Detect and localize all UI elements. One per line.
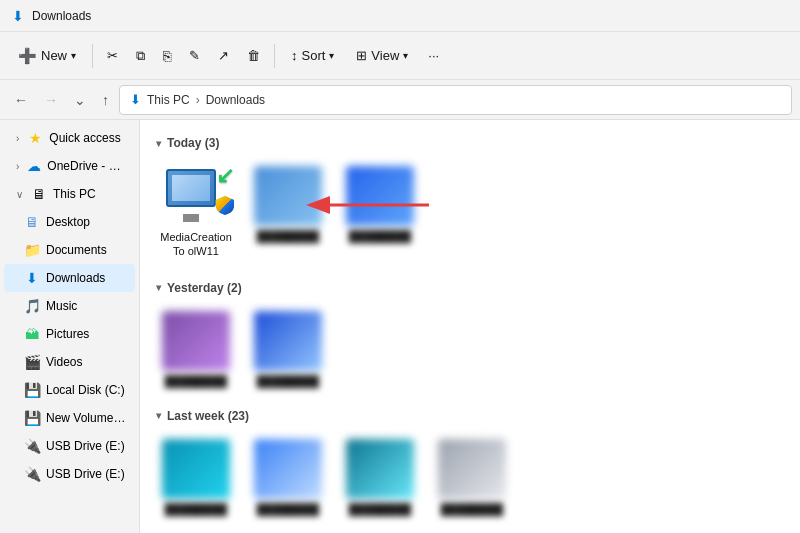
address-path-this-pc: This PC	[147, 93, 190, 107]
file-3-thumbnail	[346, 166, 414, 226]
today-label: Today (3)	[167, 136, 219, 150]
sidebar-item-desktop[interactable]: 🖥 Desktop	[4, 208, 135, 236]
address-path-icon: ⬇	[130, 92, 141, 107]
recent-button[interactable]: ⌄	[68, 88, 92, 112]
file-9-thumbnail	[438, 439, 506, 499]
file-item-7[interactable]: ████████	[248, 433, 328, 521]
more-icon: ···	[428, 48, 439, 63]
shield-badge	[214, 194, 236, 216]
title-bar-text: Downloads	[32, 9, 91, 23]
toolbar-sep-2	[274, 44, 275, 68]
file-2-thumbnail	[254, 166, 322, 226]
lastweek-files-grid: ████████ ████████ ████████ ████████	[156, 433, 784, 521]
section-yesterday-header[interactable]: ▾ Yesterday (2)	[156, 281, 784, 295]
usb-drive-e2-icon: 🔌	[24, 466, 40, 482]
address-path[interactable]: ⬇ This PC › Downloads	[119, 85, 792, 115]
main-layout: › ★ Quick access › ☁ OneDrive - Personal…	[0, 120, 800, 533]
desktop-icon: 🖥	[24, 214, 40, 230]
media-creation-label: MediaCreationTo olW11	[160, 230, 232, 259]
more-button[interactable]: ···	[420, 42, 447, 69]
sidebar-item-label: Quick access	[49, 131, 120, 145]
file-item-2[interactable]: ████████	[248, 160, 328, 265]
sidebar-item-quick-access[interactable]: › ★ Quick access	[4, 124, 135, 152]
paste-button[interactable]: ⎘	[155, 42, 179, 70]
sort-icon: ↕	[291, 48, 298, 63]
today-section: ↙	[156, 160, 784, 265]
delete-icon: 🗑	[247, 48, 260, 63]
file-item-4[interactable]: ████████	[156, 305, 236, 393]
rename-button[interactable]: ✎	[181, 42, 208, 69]
this-pc-icon: 🖥	[31, 186, 47, 202]
share-button[interactable]: ↗	[210, 42, 237, 69]
sidebar-item-downloads[interactable]: ⬇ Downloads	[4, 264, 135, 292]
this-pc-expand-icon: ∨	[16, 189, 23, 200]
file-4-thumbnail	[162, 311, 230, 371]
file-item-5[interactable]: ████████	[248, 305, 328, 393]
sort-button[interactable]: ↕ Sort ▾	[281, 42, 344, 69]
new-icon: ➕	[18, 47, 37, 65]
sidebar-item-usb-drive-e1[interactable]: 🔌 USB Drive (E:)	[4, 432, 135, 460]
sidebar-item-usb-drive-e2[interactable]: 🔌 USB Drive (E:)	[4, 460, 135, 488]
toolbar: ➕ New ▾ ✂ ⧉ ⎘ ✎ ↗ 🗑 ↕ Sort ▾ ⊞ View ▾ ··…	[0, 32, 800, 80]
onedrive-icon: ☁	[27, 158, 41, 174]
address-path-downloads: Downloads	[206, 93, 265, 107]
new-button[interactable]: ➕ New ▾	[8, 41, 86, 71]
section-lastweek-header[interactable]: ▾ Last week (23)	[156, 409, 784, 423]
local-disk-c-icon: 💾	[24, 382, 40, 398]
sidebar-item-label: Local Disk (C:)	[46, 383, 125, 397]
forward-button[interactable]: →	[38, 88, 64, 112]
toolbar-sep-1	[92, 44, 93, 68]
sort-label: Sort	[302, 48, 326, 63]
quick-access-expand-icon: ›	[16, 133, 19, 144]
up-button[interactable]: ↑	[96, 88, 115, 112]
monitor-stand	[183, 214, 199, 222]
usb-drive-e1-icon: 🔌	[24, 438, 40, 454]
file-item-9[interactable]: ████████	[432, 433, 512, 521]
sidebar-item-this-pc[interactable]: ∨ 🖥 This PC	[4, 180, 135, 208]
file-2-label: ████████	[257, 230, 319, 242]
pictures-icon: 🏔	[24, 326, 40, 342]
file-4-label: ████████	[165, 375, 227, 387]
green-arrow-icon: ↙	[216, 163, 234, 189]
yesterday-chevron-icon: ▾	[156, 282, 161, 293]
file-8-thumbnail	[346, 439, 414, 499]
file-3-label: ████████	[349, 230, 411, 242]
section-today-header[interactable]: ▾ Today (3)	[156, 136, 784, 150]
music-icon: 🎵	[24, 298, 40, 314]
file-item-3[interactable]: ████████	[340, 160, 420, 265]
file-item-6[interactable]: ████████	[156, 433, 236, 521]
cut-button[interactable]: ✂	[99, 42, 126, 69]
yesterday-label: Yesterday (2)	[167, 281, 242, 295]
monitor-screen	[172, 175, 210, 201]
view-button[interactable]: ⊞ View ▾	[346, 42, 418, 69]
delete-button[interactable]: 🗑	[239, 42, 268, 69]
sidebar-item-local-disk-c[interactable]: 💾 Local Disk (C:)	[4, 376, 135, 404]
view-label: View	[371, 48, 399, 63]
quick-access-icon: ★	[27, 130, 43, 146]
sidebar-item-label: Videos	[46, 355, 82, 369]
sidebar-item-label: Documents	[46, 243, 107, 257]
paste-icon: ⎘	[163, 48, 171, 64]
sidebar-item-label: USB Drive (E:)	[46, 439, 125, 453]
sidebar-item-label: Desktop	[46, 215, 90, 229]
file-5-thumbnail	[254, 311, 322, 371]
view-dropdown-icon: ▾	[403, 50, 408, 61]
file-item-8[interactable]: ████████	[340, 433, 420, 521]
copy-button[interactable]: ⧉	[128, 42, 153, 70]
file-6-thumbnail	[162, 439, 230, 499]
sidebar-item-documents[interactable]: 📁 Documents	[4, 236, 135, 264]
sidebar-item-pictures[interactable]: 🏔 Pictures	[4, 320, 135, 348]
sidebar-item-new-volume-d[interactable]: 💾 New Volume (D:)	[4, 404, 135, 432]
sidebar-item-videos[interactable]: 🎬 Videos	[4, 348, 135, 376]
sidebar-item-music[interactable]: 🎵 Music	[4, 292, 135, 320]
file-item-media-creation[interactable]: ↙	[156, 160, 236, 265]
file-5-label: ████████	[257, 375, 319, 387]
sidebar-item-label: Music	[46, 299, 77, 313]
onedrive-expand-icon: ›	[16, 161, 19, 172]
yesterday-files-grid: ████████ ████████	[156, 305, 784, 393]
sidebar-item-onedrive[interactable]: › ☁ OneDrive - Personal	[4, 152, 135, 180]
file-7-label: ████████	[257, 503, 319, 515]
back-button[interactable]: ←	[8, 88, 34, 112]
file-7-thumbnail	[254, 439, 322, 499]
media-creation-icon: ↙	[166, 169, 226, 224]
